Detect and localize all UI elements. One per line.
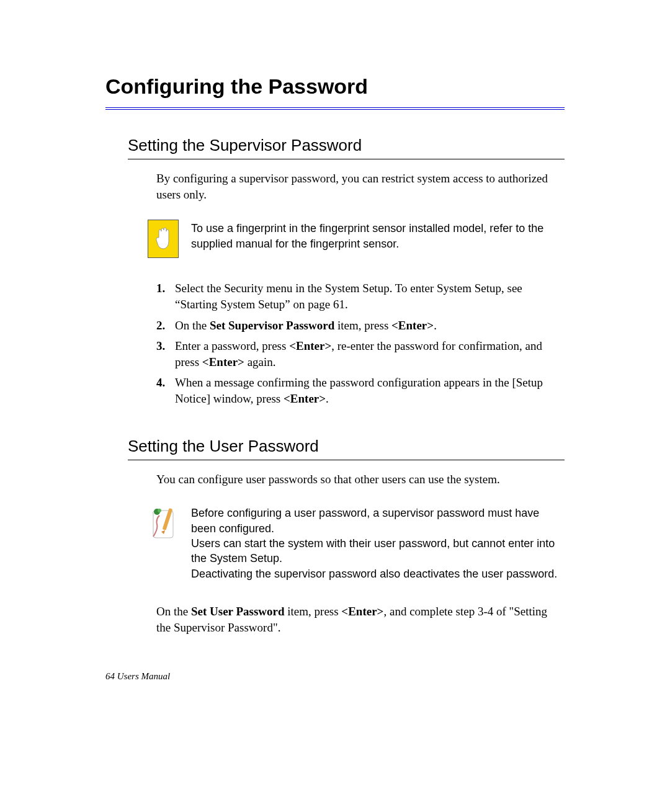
section2-divider [128,460,565,460]
note2-line1: Before configuring a user password, a su… [191,506,565,536]
step-3-text: Enter a password, press <Enter>, re-ente… [175,339,542,368]
svg-point-2 [158,509,161,512]
section2-intro: You can configure user passwords so that… [156,471,565,488]
step-4-text: When a message confirming the password c… [175,376,543,405]
page-footer: 64 Users Manual [105,671,170,682]
title-divider [105,107,565,110]
note-text: To use a fingerprint in the fingerprint … [191,220,565,251]
step-1-text: Select the Security menu in the System S… [175,282,522,311]
step-2: On the Set Supervisor Password item, pre… [175,318,565,334]
section1-divider [128,159,565,159]
step-3: Enter a password, press <Enter>, re-ente… [175,338,565,370]
page-title: Configuring the Password [105,74,565,99]
user-password-note: Before configuring a user password, a su… [148,504,565,581]
fingerprint-note: To use a fingerprint in the fingerprint … [148,220,565,258]
step-2-text: On the Set Supervisor Password item, pre… [175,319,437,332]
step-1: Select the Security menu in the System S… [175,280,565,312]
stop-hand-icon [148,220,179,258]
section2-heading: Setting the User Password [128,437,565,456]
section2-end-text: On the Set User Password item, press <En… [156,604,565,635]
note2-line2: Users can start the system with their us… [191,536,565,566]
section1-heading: Setting the Supervisor Password [128,136,565,155]
section1-intro: By configuring a supervisor password, yo… [156,171,565,202]
steps-list: Select the Security menu in the System S… [175,280,565,406]
note-pencil-icon [148,504,179,544]
note-text-2: Before configuring a user password, a su… [191,504,565,581]
note2-line3: Deactivating the supervisor password als… [191,566,565,581]
step-4: When a message confirming the password c… [175,375,565,406]
